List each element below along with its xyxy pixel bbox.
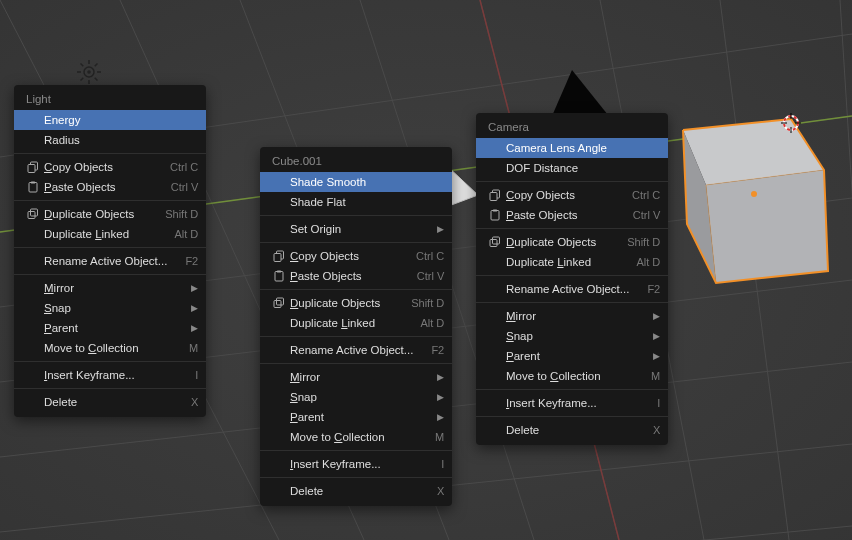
menu-item-paste[interactable]: Paste Objects Ctrl V bbox=[260, 266, 452, 286]
menu-item-parent[interactable]: Parent ▶ bbox=[476, 346, 668, 366]
shortcut: Ctrl V bbox=[153, 181, 199, 193]
label: Snap bbox=[288, 391, 419, 403]
chevron-right-icon: ▶ bbox=[419, 372, 444, 382]
menu-item-energy[interactable]: Energy bbox=[14, 110, 206, 130]
shortcut: Ctrl V bbox=[399, 270, 445, 282]
duplicate-icon bbox=[24, 208, 42, 220]
chevron-right-icon: ▶ bbox=[635, 311, 660, 321]
menu-item-paste[interactable]: Paste Objects Ctrl V bbox=[14, 177, 206, 197]
label: Parent bbox=[288, 411, 419, 423]
context-menu-cube[interactable]: Cube.001 Shade Smooth Shade Flat Set Ori… bbox=[260, 147, 452, 506]
menu-item-rename[interactable]: Rename Active Object... F2 bbox=[14, 251, 206, 271]
menu-item-parent[interactable]: Parent ▶ bbox=[260, 407, 452, 427]
label: Copy Objects bbox=[504, 189, 614, 201]
label: Snap bbox=[504, 330, 635, 342]
menu-item-paste[interactable]: Paste Objects Ctrl V bbox=[476, 205, 668, 225]
context-menu-light[interactable]: Light Energy Radius Copy Objects Ctrl C … bbox=[14, 85, 206, 417]
svg-rect-49 bbox=[277, 298, 284, 305]
label: Camera Lens Angle bbox=[504, 142, 660, 154]
menu-item-duplicate-linked[interactable]: Duplicate Linked Alt D bbox=[476, 252, 668, 272]
label: Radius bbox=[42, 134, 198, 146]
label: Move to Collection bbox=[288, 431, 417, 443]
label: Mirror bbox=[288, 371, 419, 383]
chevron-right-icon: ▶ bbox=[635, 351, 660, 361]
menu-header: Camera bbox=[476, 116, 668, 138]
cube-object[interactable] bbox=[683, 119, 828, 283]
label: Copy Objects bbox=[42, 161, 152, 173]
shortcut: M bbox=[171, 342, 198, 354]
shortcut: F2 bbox=[629, 283, 660, 295]
menu-item-duplicate-linked[interactable]: Duplicate Linked Alt D bbox=[260, 313, 452, 333]
menu-item-mirror[interactable]: Mirror ▶ bbox=[476, 306, 668, 326]
label: Rename Active Object... bbox=[288, 344, 413, 356]
label: Shade Smooth bbox=[288, 176, 444, 188]
menu-item-radius[interactable]: Radius bbox=[14, 130, 206, 150]
duplicate-icon bbox=[486, 236, 504, 248]
label: Paste Objects bbox=[288, 270, 399, 282]
label: Rename Active Object... bbox=[42, 255, 167, 267]
menu-item-duplicate[interactable]: Duplicate Objects Shift D bbox=[260, 293, 452, 313]
svg-rect-52 bbox=[491, 211, 499, 221]
svg-rect-45 bbox=[274, 254, 281, 262]
menu-item-move-collection[interactable]: Move to Collection M bbox=[260, 427, 452, 447]
label: Delete bbox=[288, 485, 419, 497]
shortcut: F2 bbox=[167, 255, 198, 267]
shortcut: Ctrl C bbox=[614, 189, 660, 201]
menu-item-move-collection[interactable]: Move to Collection M bbox=[14, 338, 206, 358]
menu-item-copy[interactable]: Copy Objects Ctrl C bbox=[14, 157, 206, 177]
menu-item-snap[interactable]: Snap ▶ bbox=[260, 387, 452, 407]
svg-rect-55 bbox=[493, 237, 500, 244]
menu-item-copy[interactable]: Copy Objects Ctrl C bbox=[260, 246, 452, 266]
svg-rect-41 bbox=[31, 182, 35, 184]
duplicate-icon bbox=[270, 297, 288, 309]
svg-marker-20 bbox=[706, 170, 828, 283]
menu-item-mirror[interactable]: Mirror ▶ bbox=[260, 367, 452, 387]
menu-item-snap[interactable]: Snap ▶ bbox=[476, 326, 668, 346]
menu-item-parent[interactable]: Parent ▶ bbox=[14, 318, 206, 338]
menu-item-shade-flat[interactable]: Shade Flat bbox=[260, 192, 452, 212]
menu-item-dof[interactable]: DOF Distance bbox=[476, 158, 668, 178]
menu-item-copy[interactable]: Copy Objects Ctrl C bbox=[476, 185, 668, 205]
label: Duplicate Linked bbox=[504, 256, 618, 268]
menu-item-delete[interactable]: Delete X bbox=[14, 392, 206, 412]
copy-icon bbox=[270, 250, 288, 262]
menu-item-duplicate[interactable]: Duplicate Objects Shift D bbox=[476, 232, 668, 252]
label: Duplicate Objects bbox=[42, 208, 147, 220]
label: Parent bbox=[504, 350, 635, 362]
menu-item-shade-smooth[interactable]: Shade Smooth bbox=[260, 172, 452, 192]
shortcut: M bbox=[633, 370, 660, 382]
label: Rename Active Object... bbox=[504, 283, 629, 295]
chevron-right-icon: ▶ bbox=[419, 224, 444, 234]
chevron-right-icon: ▶ bbox=[419, 412, 444, 422]
label: Shade Flat bbox=[288, 196, 444, 208]
menu-item-rename[interactable]: Rename Active Object... F2 bbox=[476, 279, 668, 299]
menu-item-lens-angle[interactable]: Camera Lens Angle bbox=[476, 138, 668, 158]
menu-item-mirror[interactable]: Mirror ▶ bbox=[14, 278, 206, 298]
menu-item-rename[interactable]: Rename Active Object... F2 bbox=[260, 340, 452, 360]
paste-icon bbox=[486, 209, 504, 221]
context-menu-camera[interactable]: Camera Camera Lens Angle DOF Distance Co… bbox=[476, 113, 668, 445]
menu-item-move-collection[interactable]: Move to Collection M bbox=[476, 366, 668, 386]
label: Insert Keyframe... bbox=[42, 369, 177, 381]
menu-item-insert-keyframe[interactable]: Insert Keyframe... I bbox=[260, 454, 452, 474]
paste-icon bbox=[270, 270, 288, 282]
menu-item-snap[interactable]: Snap ▶ bbox=[14, 298, 206, 318]
label: Paste Objects bbox=[42, 181, 153, 193]
menu-item-insert-keyframe[interactable]: Insert Keyframe... I bbox=[476, 393, 668, 413]
menu-item-duplicate[interactable]: Duplicate Objects Shift D bbox=[14, 204, 206, 224]
label: Snap bbox=[42, 302, 173, 314]
label: Duplicate Linked bbox=[42, 228, 156, 240]
label: Duplicate Objects bbox=[288, 297, 393, 309]
shortcut: X bbox=[173, 396, 198, 408]
svg-rect-42 bbox=[28, 212, 35, 219]
menu-item-duplicate-linked[interactable]: Duplicate Linked Alt D bbox=[14, 224, 206, 244]
menu-item-delete[interactable]: Delete X bbox=[476, 420, 668, 440]
menu-item-set-origin[interactable]: Set Origin ▶ bbox=[260, 219, 452, 239]
menu-item-insert-keyframe[interactable]: Insert Keyframe... I bbox=[14, 365, 206, 385]
svg-rect-54 bbox=[490, 240, 497, 247]
label: Paste Objects bbox=[504, 209, 615, 221]
shortcut: X bbox=[419, 485, 444, 497]
chevron-right-icon: ▶ bbox=[173, 303, 198, 313]
menu-item-delete[interactable]: Delete X bbox=[260, 481, 452, 501]
svg-rect-51 bbox=[490, 193, 497, 201]
